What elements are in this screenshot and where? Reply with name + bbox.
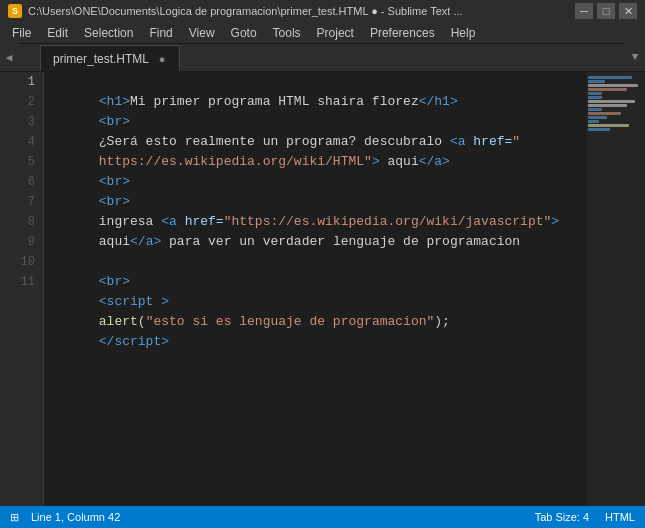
minimap-line [588, 116, 607, 119]
line-num-2: 2 [0, 92, 35, 112]
code-line-6: ingresa <a href="https://es.wikipedia.or… [52, 192, 577, 212]
code-line-empty-8 [52, 472, 577, 492]
line-num-8: 8 [0, 212, 35, 232]
code-line-3: ¿Será esto realmente un programa? descub… [52, 112, 577, 132]
minimap-line [588, 92, 602, 95]
minimap-line [588, 84, 638, 87]
line-num-1: 1 [0, 72, 35, 92]
menu-preferences[interactable]: Preferences [362, 24, 443, 42]
tab-nav-left[interactable]: ◀ [0, 43, 18, 71]
app-icon: S [8, 4, 22, 18]
tab-bar: ◀ primer_test.HTML ● ▼ [0, 44, 645, 72]
status-icon: ⊞ [10, 511, 19, 524]
minimap [585, 72, 645, 506]
minimap-line [588, 120, 599, 123]
menu-bar: File Edit Selection Find View Goto Tools… [0, 22, 645, 44]
minimap-line [588, 88, 627, 91]
minimap-line [588, 128, 610, 131]
code-line-empty-6 [52, 432, 577, 452]
code-editor[interactable]: <h1>Mi primer programa HTML shaira flore… [44, 72, 585, 506]
line-num-6: 6 [0, 172, 35, 192]
minimap-line [588, 104, 627, 107]
code-line-8: <br> [52, 252, 577, 272]
code-line-empty-9 [52, 492, 577, 506]
language-mode[interactable]: HTML [605, 511, 635, 523]
status-right: Tab Size: 4 HTML [535, 511, 635, 523]
minimap-line [588, 96, 602, 99]
menu-tools[interactable]: Tools [265, 24, 309, 42]
status-bar: ⊞ Line 1, Column 42 Tab Size: 4 HTML [0, 506, 645, 528]
menu-find[interactable]: Find [141, 24, 180, 42]
line-num-11: 11 [0, 272, 35, 292]
line-num-7: 7 [0, 192, 35, 212]
minimap-line [588, 80, 605, 83]
code-line-empty-5 [52, 412, 577, 432]
minimap-line [588, 124, 629, 127]
menu-project[interactable]: Project [309, 24, 362, 42]
maximize-button[interactable]: □ [597, 3, 615, 19]
tab-close-button[interactable]: ● [155, 52, 169, 66]
menu-selection[interactable]: Selection [76, 24, 141, 42]
line-num-16 [0, 372, 35, 392]
tab-primer-test[interactable]: primer_test.HTML ● [40, 45, 180, 71]
line-num-4: 4 [0, 132, 35, 152]
line-num-19 [0, 432, 35, 452]
menu-goto[interactable]: Goto [223, 24, 265, 42]
line-numbers: 1 2 3 4 5 6 7 8 9 10 11 [0, 72, 44, 506]
line-num-14 [0, 332, 35, 352]
menu-view[interactable]: View [181, 24, 223, 42]
minimize-button[interactable]: ─ [575, 3, 593, 19]
code-line-1: <h1>Mi primer programa HTML shaira flore… [52, 72, 577, 92]
window-title: C:\Users\ONE\Documents\Logica de program… [28, 5, 463, 17]
line-num-17 [0, 392, 35, 412]
code-line-9: <script > [52, 272, 577, 292]
code-line-empty-4 [52, 392, 577, 412]
line-num-10: 10 [0, 252, 35, 272]
menu-edit[interactable]: Edit [39, 24, 76, 42]
minimap-line [588, 76, 632, 79]
minimap-line [588, 108, 602, 111]
title-bar: S C:\Users\ONE\Documents\Logica de progr… [0, 0, 645, 22]
window-controls[interactable]: ─ □ ✕ [575, 3, 637, 19]
status-left: ⊞ Line 1, Column 42 [10, 511, 120, 524]
code-line-empty-2 [52, 352, 577, 372]
code-line-empty-3 [52, 372, 577, 392]
menu-help[interactable]: Help [443, 24, 484, 42]
tab-size[interactable]: Tab Size: 4 [535, 511, 589, 523]
line-num-13 [0, 312, 35, 332]
tab-label: primer_test.HTML [53, 52, 149, 66]
cursor-position[interactable]: Line 1, Column 42 [31, 511, 120, 523]
editor-area: 1 2 3 4 5 6 7 8 9 10 11 <h1>Mi primer pr… [0, 72, 645, 506]
code-line-5: <br> [52, 172, 577, 192]
line-num-12 [0, 292, 35, 312]
line-num-5: 5 [0, 152, 35, 172]
line-num-15 [0, 352, 35, 372]
line-num-18 [0, 412, 35, 432]
menu-file[interactable]: File [4, 24, 39, 42]
tab-nav-right[interactable]: ▼ [625, 43, 645, 71]
line-num-3: 3 [0, 112, 35, 132]
line-num-9: 9 [0, 232, 35, 252]
minimap-line [588, 112, 621, 115]
minimap-content [586, 72, 645, 136]
close-button[interactable]: ✕ [619, 3, 637, 19]
code-line-empty-7 [52, 452, 577, 472]
title-bar-left: S C:\Users\ONE\Documents\Logica de progr… [8, 4, 463, 18]
minimap-line [588, 100, 635, 103]
